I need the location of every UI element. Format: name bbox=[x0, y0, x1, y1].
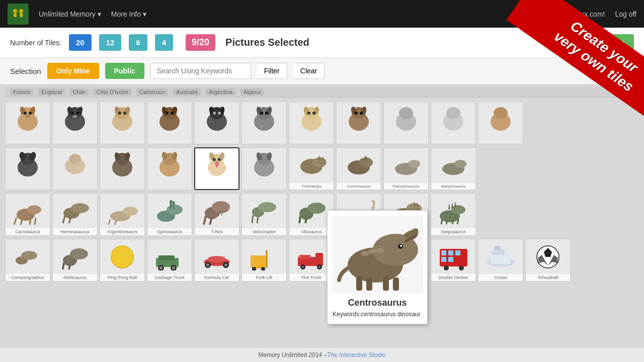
formula-image bbox=[199, 241, 234, 272]
svg-rect-182 bbox=[315, 253, 323, 259]
tile-dog-r2-2[interactable] bbox=[52, 147, 98, 190]
svg-point-18 bbox=[72, 115, 77, 118]
app-logo[interactable] bbox=[8, 4, 29, 25]
logoff-link[interactable]: Log off bbox=[615, 10, 636, 18]
footer-link[interactable]: The Interactive Studio bbox=[327, 351, 386, 358]
dog-image-9 bbox=[388, 104, 424, 134]
tile-velo[interactable]: Velociraptor bbox=[242, 193, 287, 236]
more-info-menu[interactable]: More Info ▾ bbox=[111, 10, 146, 18]
tile-label-stego: Stegosaurus bbox=[431, 228, 475, 235]
garbage-image bbox=[152, 241, 187, 272]
tile-dog-11[interactable] bbox=[478, 102, 523, 144]
svg-point-10 bbox=[29, 112, 32, 115]
tile-dino-r2-9[interactable]: Panoplosaurus bbox=[383, 147, 429, 190]
svg-rect-224 bbox=[393, 278, 399, 291]
svg-point-186 bbox=[302, 266, 304, 268]
tile-label-soccerball: Tchoutball bbox=[526, 274, 570, 281]
tile-spino[interactable]: Spinosaurus bbox=[147, 193, 192, 236]
dropdown-arrow-icon2: ▾ bbox=[143, 10, 146, 18]
dogs-row-2: Triceratops Centrosaurus Panoplosaurus A… bbox=[5, 147, 639, 190]
selected-count: 9/20 bbox=[186, 34, 215, 51]
tile-carno[interactable]: Carnotaurus bbox=[5, 193, 50, 236]
svg-rect-211 bbox=[495, 246, 501, 250]
tile-dog-3[interactable] bbox=[100, 102, 145, 144]
cat-chile[interactable]: Chile bbox=[70, 88, 89, 96]
tile-doubledecker[interactable]: Double Decker bbox=[431, 239, 476, 282]
svg-point-3 bbox=[19, 9, 23, 13]
cat-algeria[interactable]: Algeria bbox=[240, 88, 264, 96]
tile-dog-6[interactable] bbox=[242, 102, 287, 144]
tile-garbage[interactable]: Garbage Truck bbox=[147, 239, 192, 282]
dog-image-2 bbox=[57, 104, 93, 134]
public-button[interactable]: Public bbox=[105, 63, 144, 79]
tile-dog-7[interactable] bbox=[289, 102, 334, 144]
tile-dog-r2-5[interactable] bbox=[194, 147, 239, 190]
unlimited-memory-menu[interactable]: Unlimited Memory ▾ bbox=[39, 10, 101, 18]
tile-4-button[interactable]: 4 bbox=[155, 34, 173, 51]
tile-dog-2[interactable] bbox=[52, 102, 98, 144]
tile-dog-5[interactable] bbox=[194, 102, 239, 144]
dog-r2-image-2 bbox=[57, 150, 93, 180]
tile-stego[interactable]: Stegosaurus bbox=[431, 193, 476, 236]
cat-argentina[interactable]: Argentina bbox=[206, 88, 235, 96]
svg-point-79 bbox=[213, 158, 216, 161]
tile-triceratops-small[interactable]: Triceratops bbox=[289, 147, 334, 190]
svg-point-41 bbox=[260, 112, 263, 115]
svg-point-24 bbox=[123, 112, 126, 115]
cat-france[interactable]: France bbox=[10, 88, 33, 96]
cat-cameroon[interactable]: Cameroon bbox=[136, 88, 168, 96]
tile-6-button[interactable]: 6 bbox=[129, 34, 147, 51]
tile-label-forklift: Fork Lift bbox=[242, 274, 286, 281]
tile-20-button[interactable]: 20 bbox=[69, 34, 92, 51]
dog-image-4 bbox=[152, 104, 187, 134]
cat-australia[interactable]: Australia bbox=[173, 88, 201, 96]
tile-dog-r2-1[interactable] bbox=[5, 147, 50, 190]
tile-soccerball[interactable]: Tchoutball bbox=[525, 239, 571, 282]
svg-rect-222 bbox=[366, 278, 372, 291]
tile-formula[interactable]: Formula Car bbox=[194, 239, 239, 282]
create-button[interactable]: Crea bbox=[599, 34, 634, 51]
tile-compsog[interactable]: Compsognathus bbox=[5, 239, 50, 282]
clear-button[interactable]: Clear bbox=[293, 63, 325, 79]
svg-point-120 bbox=[212, 201, 230, 213]
svg-point-220 bbox=[400, 245, 402, 247]
tile-ankylo-small[interactable]: Ankylosaurus bbox=[431, 147, 476, 190]
tile-dog-8[interactable] bbox=[336, 102, 381, 144]
tile-centrosaurus-small[interactable]: Centrosaurus bbox=[336, 147, 381, 190]
svg-point-23 bbox=[118, 112, 121, 115]
svg-rect-221 bbox=[356, 277, 362, 291]
tile-trex[interactable]: T-Rex bbox=[194, 193, 239, 236]
svg-rect-201 bbox=[441, 250, 446, 255]
tile-12-button[interactable]: 12 bbox=[99, 34, 122, 51]
tile-dog-10[interactable] bbox=[431, 102, 476, 144]
search-input[interactable] bbox=[150, 63, 251, 79]
tile-label-doubledecker: Double Decker bbox=[431, 274, 475, 281]
tile-dog-r2-3[interactable] bbox=[100, 147, 145, 190]
dogs-row-1 bbox=[5, 102, 639, 144]
tile-herre[interactable]: Herrerasaurus bbox=[52, 193, 98, 236]
tile-label-argento: Argentinosaurs bbox=[100, 228, 144, 235]
tile-label-spino: Spinosaurus bbox=[147, 228, 192, 235]
tile-dog-r2-4[interactable] bbox=[147, 147, 192, 190]
only-mine-button[interactable]: Only Mine bbox=[47, 63, 99, 79]
tile-label-carno: Carnotaurus bbox=[6, 228, 50, 235]
tile-dog-4[interactable] bbox=[147, 102, 192, 144]
tile-argento[interactable]: Argentinosaurs bbox=[100, 193, 145, 236]
tile-pingpong[interactable]: Ping Pong Ball bbox=[100, 239, 145, 282]
tile-dog-9[interactable] bbox=[383, 102, 429, 144]
tile-abeli[interactable]: Abelisaurus bbox=[52, 239, 98, 282]
svg-line-155 bbox=[457, 219, 458, 224]
tile-dog-r2-6[interactable] bbox=[242, 147, 287, 190]
tile-cruise[interactable]: Cruise bbox=[478, 239, 523, 282]
herre-image bbox=[57, 196, 93, 226]
triceratops-small-image bbox=[294, 150, 329, 180]
cat-cote[interactable]: Côte D'Ivoire bbox=[94, 88, 131, 96]
svg-point-11 bbox=[25, 115, 30, 118]
svg-line-160 bbox=[63, 263, 64, 269]
svg-line-127 bbox=[252, 215, 253, 223]
tile-forklift[interactable]: Fork Lift bbox=[242, 239, 287, 282]
reset-button[interactable]: Reset bbox=[554, 34, 592, 51]
cat-england[interactable]: England bbox=[38, 88, 64, 96]
tile-dog-1[interactable] bbox=[5, 102, 50, 144]
filter-button[interactable]: Filter bbox=[257, 63, 287, 79]
